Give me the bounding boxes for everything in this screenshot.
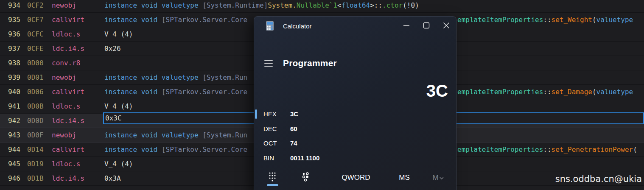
line-number: 935 — [0, 13, 20, 27]
il-offset: 0D1D — [27, 186, 44, 190]
il-operand: V_4 (4) — [104, 157, 133, 171]
il-offset: 0CFC — [27, 27, 44, 42]
navigation-menu-button[interactable] — [264, 59, 274, 67]
screen: 9340CF2newobjinstance void valuetype [Sy… — [0, 0, 644, 190]
il-operand: instance void valuetype [System.Runtime]… — [104, 0, 419, 13]
radix-label: DEC — [263, 122, 277, 137]
line-number: 942 — [0, 114, 20, 128]
calculator-app-icon — [266, 21, 274, 31]
line-number: 934 — [0, 0, 20, 13]
il-opcode: callvirt — [52, 85, 84, 99]
il-opcode: ldc.i4.s — [52, 42, 84, 56]
calculator-title: Calculator — [283, 22, 312, 30]
il-opcode: callvirt — [52, 142, 84, 157]
il-opcode: ldc.i4.s — [52, 114, 84, 128]
selected-radix-indicator — [255, 109, 257, 119]
il-operand: instance void [SPTarkov.Server.Core — [104, 142, 247, 157]
radix-value: 74 — [290, 136, 297, 151]
il-offset: 0D00 — [27, 56, 44, 70]
il-operand-right-fragment: emplateItemProperties::set_PenetrationPo… — [457, 142, 637, 157]
il-operand-right-fragment: emplateItemProperties::set_Damage(valuet… — [457, 85, 633, 99]
il-opcode: newobj — [52, 70, 76, 85]
minimize-button[interactable] — [396, 17, 416, 35]
full-keypad-button[interactable] — [266, 169, 279, 186]
il-offset: 0CFE — [27, 42, 44, 56]
full-keypad-icon — [269, 171, 276, 184]
il-opcode: ldc.i4.s — [52, 171, 84, 186]
il-operand: 0x3A — [104, 171, 121, 186]
watermark: sns.oddba.cn@ukia — [555, 174, 642, 184]
il-row-934[interactable]: 9340CF2newobjinstance void valuetype [Sy… — [0, 0, 644, 13]
il-opcode: ldloc.s — [52, 27, 80, 42]
il-offset: 0CF7 — [27, 13, 44, 27]
calculator-toolbar: QWORD MS M — [254, 169, 456, 189]
il-offset: 0D0F — [27, 128, 44, 142]
il-operand: 0x26 — [104, 42, 121, 56]
il-operand: instance void [SPTarkov.Server.Core — [104, 85, 247, 99]
calculator-display: 3C — [426, 81, 448, 101]
menu-icon — [264, 60, 273, 61]
il-opcode: conv.r8 — [52, 56, 80, 70]
il-offset: 0CF2 — [27, 0, 44, 13]
il-operand: V_4 (4) — [104, 99, 133, 114]
il-opcode: callvirt — [52, 13, 84, 27]
radix-value: 0011 1100 — [290, 151, 319, 166]
radix-panel: HEX3CDEC60OCT74BIN0011 1100 — [254, 107, 456, 165]
bit-toggle-keypad-icon — [302, 172, 310, 184]
il-operand: V_4 (4) — [104, 27, 133, 42]
calculator-titlebar[interactable]: Calculator — [254, 17, 456, 35]
il-opcode: ldloc.s — [52, 99, 80, 114]
il-offset: 0D19 — [27, 157, 44, 171]
radix-row-oct[interactable]: OCT74 — [254, 136, 456, 151]
il-offset: 0D1B — [27, 171, 44, 186]
radix-label: OCT — [263, 136, 277, 151]
radix-value: 3C — [290, 107, 298, 122]
maximize-icon — [423, 22, 430, 30]
il-opcode: conv.r8 — [52, 186, 80, 190]
calculator-window[interactable]: Calculator Programmer 3C HEX3CDEC60OCT74… — [254, 16, 456, 190]
bit-toggle-keypad-button[interactable] — [299, 169, 313, 186]
radix-row-bin[interactable]: BIN0011 1100 — [254, 151, 456, 166]
radix-row-hex[interactable]: HEX3C — [254, 107, 456, 122]
line-number: 947 — [0, 186, 20, 190]
il-offset: 0D06 — [27, 85, 44, 99]
radix-value: 60 — [290, 122, 297, 137]
line-number: 939 — [0, 70, 20, 85]
il-operand: instance void valuetype [System.Run — [104, 128, 247, 142]
maximize-button[interactable] — [416, 17, 436, 35]
line-number: 936 — [0, 27, 20, 42]
il-operand-right-fragment: emplateItemProperties::set_Weight(valuet… — [457, 13, 633, 27]
line-number: 945 — [0, 157, 20, 171]
calculator-mode-title: Programmer — [283, 58, 337, 68]
minimize-icon — [403, 22, 410, 30]
selected-keypad-indicator — [267, 184, 278, 186]
line-number: 937 — [0, 42, 20, 56]
line-number: 943 — [0, 128, 20, 142]
il-offset: 0D01 — [27, 70, 44, 85]
radix-label: HEX — [263, 107, 277, 122]
il-offset: 0D0D — [27, 114, 44, 128]
line-number: 941 — [0, 99, 20, 114]
il-opcode: newobj — [52, 128, 76, 142]
il-offset: 0D14 — [27, 142, 44, 157]
radix-row-dec[interactable]: DEC60 — [254, 122, 456, 137]
close-button[interactable] — [436, 17, 456, 35]
memory-store-button[interactable]: MS — [396, 169, 412, 186]
il-operand: instance void [SPTarkov.Server.Core — [104, 13, 247, 27]
chevron-down-icon — [440, 173, 444, 182]
il-opcode: newobj — [52, 0, 76, 13]
radix-label: BIN — [263, 151, 274, 166]
line-number: 946 — [0, 171, 20, 186]
close-icon — [443, 22, 450, 30]
line-number: 944 — [0, 142, 20, 157]
il-opcode: ldloc.s — [52, 157, 80, 171]
line-number: 940 — [0, 85, 20, 99]
il-offset: 0D0B — [27, 99, 44, 114]
line-number: 938 — [0, 56, 20, 70]
qword-button[interactable]: QWORD — [339, 169, 372, 186]
il-operand: instance void valuetype [System.Run — [104, 70, 247, 85]
memory-flyout-button[interactable]: M — [430, 169, 446, 186]
